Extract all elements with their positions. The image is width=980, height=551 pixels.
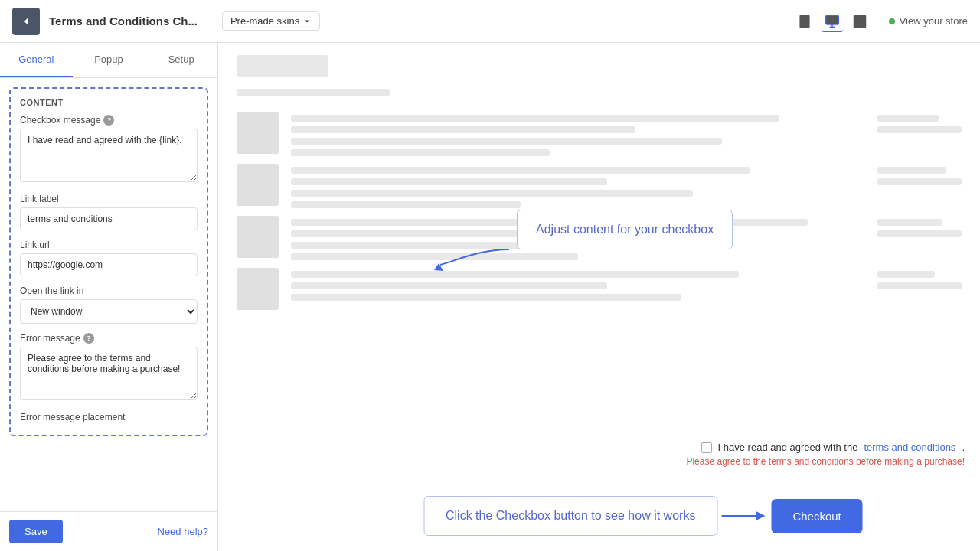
checkbox-message-group: Checkbox message ? I have read and agree… — [20, 115, 198, 184]
error-message-help-icon[interactable]: ? — [83, 333, 94, 344]
checkbox-pre-text: I have read and agreed with the — [718, 442, 858, 453]
skeleton-line — [877, 126, 962, 133]
view-store-link[interactable]: View your store — [889, 15, 968, 27]
product-price — [877, 164, 962, 185]
skeleton-line — [291, 115, 779, 122]
checkbox-line: I have read and agreed with the terms an… — [701, 442, 965, 453]
product-thumb — [237, 216, 279, 258]
sidebar-tabs: General Popup Setup — [0, 43, 217, 78]
skeleton-line — [877, 271, 935, 278]
sidebar-footer: Save Need help? — [0, 511, 217, 551]
checkout-error-text: Please agree to the terms and conditions… — [686, 456, 965, 467]
product-lines — [291, 112, 865, 156]
skins-dropdown[interactable]: Pre-made skins — [222, 11, 320, 31]
tab-popup[interactable]: Popup — [73, 43, 145, 77]
skeleton-line — [877, 167, 946, 174]
desktop-view-icon[interactable] — [822, 11, 843, 32]
link-url-label: Link url — [20, 240, 198, 250]
skeleton-line — [291, 149, 550, 156]
skeleton-line — [291, 294, 681, 301]
skeleton-line — [877, 178, 962, 185]
svg-rect-0 — [800, 15, 809, 28]
callout-arrow-icon — [433, 234, 524, 275]
error-message-label: Error message ? — [20, 333, 198, 344]
product-row — [237, 164, 962, 208]
page-title: Terms and Conditions Ch... — [49, 15, 198, 28]
sidebar-content: CONTENT Checkbox message ? I have read a… — [0, 78, 217, 511]
store-status-dot — [889, 18, 895, 24]
tab-setup[interactable]: Setup — [145, 43, 217, 77]
checkbox-post-text: . — [962, 442, 965, 453]
save-button[interactable]: Save — [9, 520, 63, 543]
sidebar: General Popup Setup CONTENT Checkbox mes… — [0, 43, 218, 551]
tab-general[interactable]: General — [0, 43, 73, 77]
open-link-group: Open the link in New window Same window — [20, 285, 198, 324]
checkbox-message-input[interactable]: I have read and agreed with the {link}. — [20, 129, 198, 182]
skeleton-line — [291, 201, 521, 208]
skeleton-area — [218, 43, 980, 459]
product-lines — [291, 164, 865, 208]
help-link[interactable]: Need help? — [158, 526, 209, 537]
link-url-group: Link url https://google.com — [20, 240, 198, 276]
skeleton-line — [291, 138, 722, 145]
hint-arrow-icon — [717, 500, 771, 531]
product-price — [877, 268, 962, 289]
checkout-button[interactable]: Checkout — [771, 499, 862, 533]
content-section: CONTENT Checkbox message ? I have read a… — [9, 87, 208, 436]
bottom-action: Click the Checkbox button to see how it … — [423, 496, 863, 536]
product-thumb — [237, 164, 279, 206]
product-row — [237, 112, 962, 156]
view-icons — [794, 11, 871, 32]
skeleton-line — [877, 115, 939, 122]
product-price — [877, 112, 962, 133]
product-lines — [291, 268, 865, 301]
open-link-label: Open the link in — [20, 285, 198, 296]
link-url-input[interactable]: https://google.com — [20, 253, 198, 276]
terms-link[interactable]: terms and conditions — [864, 442, 956, 453]
checkbox-message-label: Checkbox message ? — [20, 115, 198, 126]
mobile-view-icon[interactable] — [794, 11, 815, 32]
svg-rect-2 — [825, 15, 838, 24]
error-placement-label: Error message placement — [20, 412, 198, 422]
header: Terms and Conditions Ch... Pre-made skin… — [0, 0, 980, 43]
link-label-label: Link label — [20, 194, 198, 204]
product-row — [237, 268, 962, 310]
preview-area: Adjust content for your checkbox I have … — [218, 43, 980, 551]
product-thumb — [237, 268, 279, 310]
skeleton-line — [291, 178, 607, 185]
section-label: CONTENT — [20, 98, 198, 107]
skeleton-line — [291, 282, 607, 289]
error-placement-group: Error message placement — [20, 412, 198, 422]
main-layout: General Popup Setup CONTENT Checkbox mes… — [0, 43, 980, 551]
terms-checkbox[interactable] — [701, 442, 712, 453]
back-button[interactable] — [12, 8, 40, 35]
checkbox-message-help-icon[interactable]: ? — [103, 115, 114, 126]
skeleton-line — [877, 230, 962, 237]
product-price — [877, 216, 962, 237]
skeleton-line — [877, 282, 962, 289]
skeleton-line — [291, 190, 693, 197]
svg-marker-8 — [756, 511, 765, 520]
product-thumb — [237, 112, 279, 154]
error-message-group: Error message ? Please agree to the term… — [20, 333, 198, 403]
skeleton-header — [237, 55, 328, 77]
tablet-view-icon[interactable] — [849, 11, 871, 32]
skeleton-line — [291, 167, 750, 174]
open-link-select[interactable]: New window Same window — [20, 299, 198, 324]
skeleton-divider — [237, 89, 390, 96]
svg-rect-5 — [854, 15, 865, 28]
skeleton-line — [877, 219, 942, 226]
checkbox-row: I have read and agreed with the terms an… — [686, 442, 965, 467]
callout-box: Adjust content for your checkbox — [517, 210, 733, 249]
link-label-input[interactable]: terms and conditions — [20, 207, 198, 230]
skeleton-line — [291, 126, 635, 133]
error-message-input[interactable]: Please agree to the terms and conditions… — [20, 347, 198, 400]
link-label-group: Link label terms and conditions — [20, 194, 198, 230]
click-hint-box: Click the Checkbox button to see how it … — [423, 496, 717, 536]
